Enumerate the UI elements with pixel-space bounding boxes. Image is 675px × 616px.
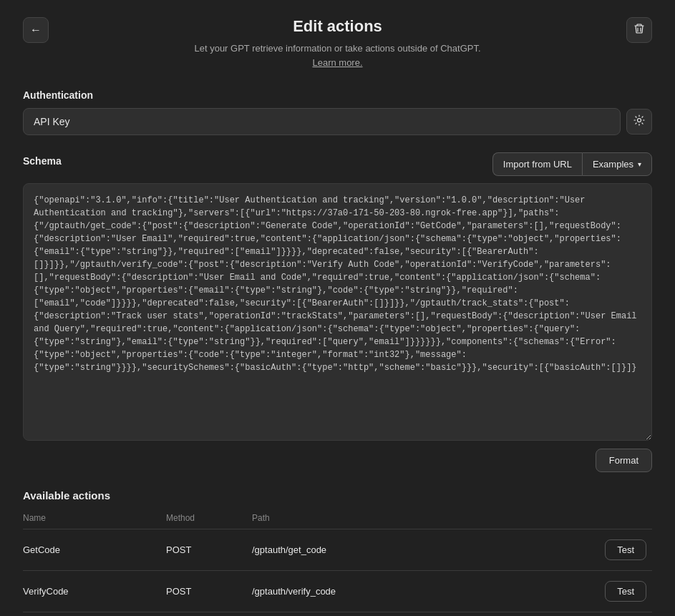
table-row: trackStats POST /gptauth/track_stats Tes… [23,612,652,617]
test-button-0[interactable]: Test [605,539,646,560]
action-method-0: POST [166,529,252,571]
action-method-1: POST [166,571,252,612]
import-examples-row: Import from URL Examples ▾ [492,152,652,176]
authentication-label: Authentication [23,89,652,101]
table-header-row: Name Method Path [23,509,652,529]
back-button[interactable]: ← [23,17,49,43]
page-container: ← Edit actions Let your GPT retrieve inf… [0,0,675,616]
schema-label: Schema [23,155,62,167]
header-center: Edit actions Let your GPT retrieve infor… [194,17,480,69]
authentication-section: Authentication API Key [23,89,652,135]
test-button-1[interactable]: Test [605,581,646,602]
delete-button[interactable] [626,17,652,43]
authentication-select[interactable]: API Key [23,108,621,135]
col-header-method: Method [166,509,252,529]
col-header-name: Name [23,509,166,529]
col-header-action [595,509,652,529]
action-path-0: /gptauth/get_code [252,529,595,571]
back-icon: ← [30,24,42,36]
action-path-1: /gptauth/verify_code [252,571,595,612]
action-path-2: /gptauth/track_stats [252,612,595,617]
settings-icon [633,114,645,129]
delete-icon [633,23,645,37]
action-method-2: POST [166,612,252,617]
schema-textarea[interactable] [23,183,652,441]
table-row: VerifyCode POST /gptauth/verify_code Tes… [23,571,652,612]
table-row: GetCode POST /gptauth/get_code Test [23,529,652,571]
action-name-2: trackStats [23,612,166,617]
schema-footer: Format [23,449,652,472]
available-actions-title: Available actions [23,489,652,502]
action-test-cell-2: Test [595,612,652,617]
import-from-url-button[interactable]: Import from URL [492,152,582,176]
svg-point-0 [638,119,641,122]
format-button[interactable]: Format [596,449,652,472]
page-title: Edit actions [194,17,480,36]
header: ← Edit actions Let your GPT retrieve inf… [23,17,652,69]
examples-button[interactable]: Examples ▾ [582,152,652,176]
page-subtitle: Let your GPT retrieve information or tak… [194,41,480,69]
schema-section: Schema Import from URL Examples ▾ Format [23,152,652,472]
action-name-0: GetCode [23,529,166,571]
auth-row: API Key [23,108,652,135]
action-test-cell-0: Test [595,529,652,571]
learn-more-link[interactable]: Learn more. [312,57,362,68]
available-actions-section: Available actions Name Method Path GetCo… [23,489,652,616]
actions-table: Name Method Path GetCode POST /gptauth/g… [23,509,652,616]
col-header-path: Path [252,509,595,529]
chevron-down-icon: ▾ [638,160,641,168]
schema-header: Schema Import from URL Examples ▾ [23,152,652,176]
action-name-1: VerifyCode [23,571,166,612]
settings-button[interactable] [626,109,652,135]
action-test-cell-1: Test [595,571,652,612]
